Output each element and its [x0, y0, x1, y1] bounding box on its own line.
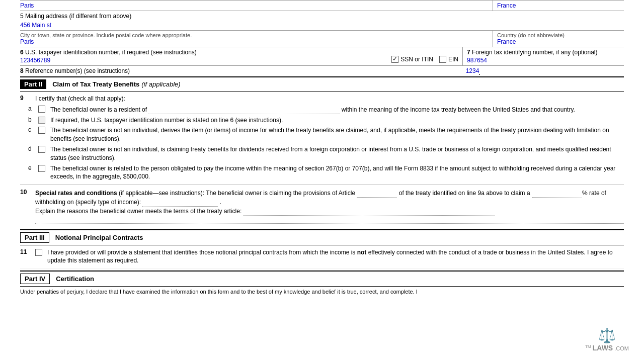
q9a-checkbox[interactable] [38, 106, 45, 113]
ein-label: EIN [448, 56, 458, 63]
mailing-label: 5 Mailing address (if different from abo… [20, 13, 131, 20]
part3-title: Notional Principal Contracts [55, 234, 143, 241]
part2-title-suffix: (if applicable) [141, 80, 180, 88]
part2-label: Part II [20, 79, 46, 89]
q9e-sub: e [28, 164, 38, 171]
ssn-checkbox-pair: SSN or ITIN [391, 56, 433, 63]
q9-num: 9 [20, 95, 35, 102]
ssn-checkbox[interactable] [391, 56, 398, 63]
q11-num: 11 [20, 248, 35, 255]
part4-title: Certification [56, 275, 94, 283]
field6-value: 123456789 [20, 57, 50, 64]
mailing-country-value: France [497, 38, 624, 45]
q9d-text: The beneficial owner is not an individua… [50, 145, 624, 162]
field6-num: 6 [20, 49, 24, 56]
q9c-checkbox[interactable] [38, 127, 45, 134]
part4-label: Part IV [20, 274, 50, 284]
cert-text: Under penalties of perjury, I declare th… [20, 289, 418, 295]
q9d-checkbox[interactable] [38, 146, 45, 153]
q9c-sub: c [28, 126, 38, 133]
field7-num: 7 [467, 49, 470, 56]
q9b-sub: b [28, 116, 38, 123]
part2-title: Claim of Tax Treaty Benefits [52, 80, 139, 88]
q9e-checkbox[interactable] [38, 165, 45, 172]
field7-label: Foreign tax identifying number, if any (… [472, 49, 597, 56]
q9a-text: The beneficial owner is a resident of wi… [50, 105, 624, 114]
form-page: Paris France 5 Mailing address (if diffe… [0, 0, 644, 297]
q9d-sub: d [28, 145, 38, 152]
q9a-sub: a [28, 105, 38, 112]
field8-num: 8 [20, 67, 24, 74]
ssn-label: SSN or ITIN [400, 56, 433, 63]
q10-num: 10 [20, 189, 35, 196]
q9b-checkbox[interactable] [38, 117, 45, 124]
q9e-text: The beneficial owner is related to the p… [50, 164, 624, 182]
ein-checkbox[interactable] [439, 56, 446, 63]
field7-value: 987654 [467, 57, 487, 64]
field6-label: U.S. taxpayer identification number, if … [25, 49, 197, 56]
q9b-text: If required, the U.S. taxpayer identific… [50, 116, 624, 125]
field8-value: 1234 [466, 67, 479, 74]
q9-label: I certify that (check all that apply): [35, 95, 624, 103]
q10-text: Special rates and conditions (if applica… [35, 189, 624, 223]
q11-checkbox[interactable] [35, 249, 42, 256]
part3-label: Part III [20, 232, 49, 243]
country-label: Country (do not abbreviate) [497, 32, 624, 38]
q11-text: I have provided or will provide a statem… [47, 248, 624, 265]
mailing-value: 456 Main st [20, 22, 51, 29]
city-top-value: Paris [20, 2, 34, 9]
ein-checkbox-pair: EIN [439, 56, 458, 63]
q9c-text: The beneficial owner is not an individua… [50, 126, 624, 143]
country-top-value: France [497, 2, 516, 9]
field8-label: Reference number(s) (see instructions) [25, 67, 130, 74]
mailing-city-value: Paris [20, 38, 489, 45]
city-label: City or town, state or province. Include… [20, 32, 489, 38]
